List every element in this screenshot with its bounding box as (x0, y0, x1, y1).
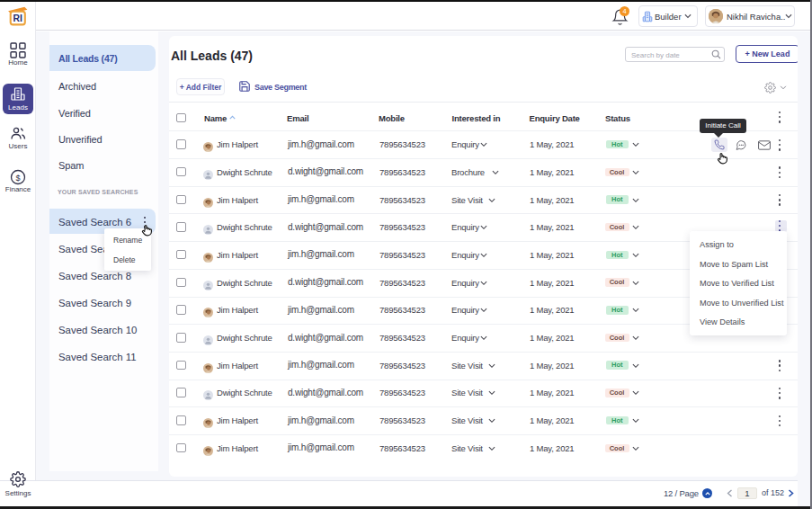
svg-text:RI: RI (13, 13, 22, 23)
svg-text:$: $ (15, 174, 20, 183)
